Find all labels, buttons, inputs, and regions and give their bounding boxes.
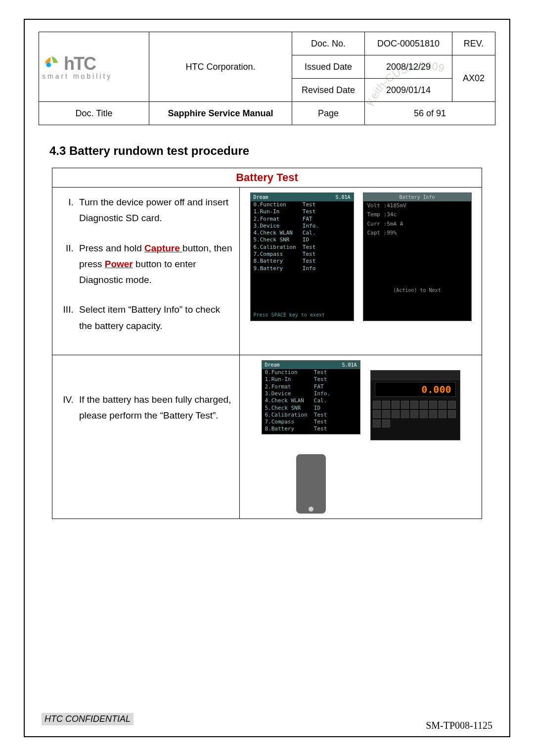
phone-photo-icon — [296, 454, 326, 514]
footer-code: SM-TP008-1125 — [426, 720, 492, 731]
diagnostic-menu-screenshot-2: DreamS.01A 0.Function Test 1.Run-In Test… — [262, 360, 360, 434]
company-name: HTC Corporation. — [149, 32, 292, 102]
revised-date: 2009/01/14 — [365, 79, 452, 102]
document-header-table: hTC smart mobility HTC Corporation. Doc.… — [39, 32, 495, 125]
rev-label: REV. — [452, 32, 495, 55]
doc-no: DOC-00051810 — [365, 32, 452, 55]
section-heading: 4.3 Battery rundown test procedure — [49, 144, 495, 158]
battery-test-table: Battery Test Turn the device power off a… — [52, 168, 482, 519]
doc-title: Sapphire Service Manual — [149, 102, 292, 125]
logo-text: hTC — [64, 53, 95, 74]
doc-title-label: Doc. Title — [39, 102, 149, 125]
diagnostic-menu-screenshot: DreamS.01A 0.Function Test 1.Run-In Test… — [250, 192, 354, 321]
battery-table-header: Battery Test — [52, 168, 482, 188]
page-label: Page — [292, 102, 365, 125]
rev-value: AX02 — [452, 55, 495, 102]
step-4: If the battery has been fully charged, p… — [76, 392, 233, 424]
step-2: Press and hold Capture button, then pres… — [76, 240, 233, 288]
steps-cell-top: Turn the device power off and insert Dia… — [52, 188, 240, 355]
revised-label: Revised Date — [292, 79, 365, 102]
page-number: 56 of 91 — [365, 102, 495, 125]
doc-no-label: Doc. No. — [292, 32, 365, 55]
stopwatch-photo: 0.000 — [370, 370, 460, 440]
battery-info-screenshot: Battery Info Volt :4185mV Temp :34c Curr… — [363, 192, 472, 321]
power-keyword: Power — [105, 259, 133, 269]
image-cell-bottom: DreamS.01A 0.Function Test 1.Run-In Test… — [240, 355, 482, 519]
logo-subtext: smart mobility — [42, 72, 112, 80]
step-3: Select item “Battery Info” to check the … — [76, 302, 233, 334]
stopwatch-display: 0.000 — [375, 382, 456, 397]
step-1: Turn the device power off and insert Dia… — [76, 194, 233, 227]
footer-confidential: HTC CONFIDENTIAL — [42, 713, 134, 725]
logo-cell: hTC smart mobility — [39, 32, 149, 102]
issued-label: Issued Date — [292, 55, 365, 79]
image-cell-top: DreamS.01A 0.Function Test 1.Run-In Test… — [240, 188, 482, 355]
htc-logo-icon — [42, 54, 61, 73]
issued-date: 2008/12/29 — [365, 55, 452, 79]
svg-point-0 — [46, 62, 51, 67]
steps-cell-bottom: If the battery has been fully charged, p… — [52, 355, 240, 519]
capture-keyword: Capture — [144, 243, 182, 253]
